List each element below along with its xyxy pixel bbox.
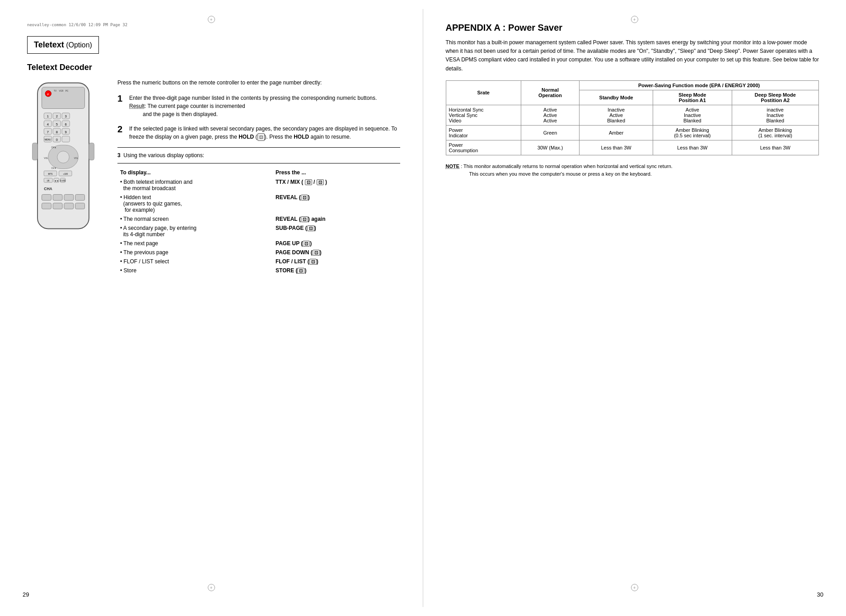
power-table-row-indicator: PowerIndicator Green Amber Amber Blinkin… bbox=[446, 125, 819, 140]
flof-btn: ⊡ bbox=[309, 259, 317, 265]
press-cell: REVEAL (⊡) bbox=[273, 193, 400, 215]
svg-text:7: 7 bbox=[47, 130, 49, 134]
right-page: APPENDIX A : Power Saver This monitor ha… bbox=[423, 9, 846, 607]
svg-text:PC: PC bbox=[65, 90, 69, 92]
svg-rect-29 bbox=[62, 136, 70, 142]
pageup-btn: ⊡ bbox=[303, 241, 310, 247]
table-row: • The normal screen REVEAL (⊡) again bbox=[117, 215, 400, 224]
svg-text:4: 4 bbox=[47, 122, 49, 126]
appendix-title: APPENDIX A : Power Saver bbox=[446, 23, 819, 33]
table-row: • FLOF / LIST select FLOF / LIST (⊡) bbox=[117, 257, 400, 266]
display-cell: • Both teletext information and the morm… bbox=[117, 177, 273, 193]
svg-text:CH▼: CH▼ bbox=[51, 167, 56, 169]
subpage-btn: ⊡ bbox=[307, 225, 314, 231]
reg-mark-top-right bbox=[631, 16, 638, 23]
hold-btn-symbol: ⊡ bbox=[257, 133, 265, 141]
svg-text:VCR: VCR bbox=[59, 90, 64, 92]
options-table: To display... Press the ... • Both telet… bbox=[117, 168, 400, 275]
note-text-1: : This monitor automatically returns to … bbox=[461, 163, 673, 169]
intro-text: Press the numeric buttons on the remote … bbox=[117, 79, 400, 87]
store-btn: ⊡ bbox=[297, 268, 304, 274]
display-cell: • A secondary page, by entering its 4-di… bbox=[117, 224, 273, 239]
press-cell: FLOF / LIST (⊡) bbox=[273, 257, 400, 266]
indicator-normal: Green bbox=[521, 125, 579, 140]
svg-text:MTS: MTS bbox=[48, 173, 52, 175]
reg-mark-top bbox=[208, 16, 215, 23]
power-saving-header: Power-Saving Function mode (EPA / ENERGY… bbox=[580, 80, 819, 90]
display-cell: • Hidden text (answers to quiz games, fo… bbox=[117, 193, 273, 215]
step-1-number: 1 bbox=[117, 94, 126, 103]
press-cell: PAGE UP (⊡) bbox=[273, 239, 400, 248]
svg-rect-56 bbox=[89, 143, 94, 160]
indicator-deepsleep: Amber Blinking(1 sec. interval) bbox=[732, 125, 818, 140]
indicator-standby: Amber bbox=[580, 125, 653, 140]
press-cell: TTX / MIX ( ⊡ / ⊡ ) bbox=[273, 177, 400, 193]
sync-sleep: ActiveInactiveBlanked bbox=[653, 105, 732, 125]
mix-btn: ⊡ bbox=[317, 179, 324, 185]
left-page: neovalley-common 12/6/00 12:09 PM Page 3… bbox=[0, 9, 423, 607]
content-area: P TV VCR PC 1 2 3 4 5 bbox=[27, 79, 400, 275]
svg-text:S-VID: S-VID bbox=[60, 180, 66, 182]
step-2-text: If the selected page is linked with seve… bbox=[129, 125, 400, 141]
display-cell: • Store bbox=[117, 266, 273, 275]
step-2-number: 2 bbox=[117, 125, 126, 134]
pagedown-btn: ⊡ bbox=[313, 250, 320, 256]
sleep-mode-header: Sleep ModePosition A1 bbox=[653, 90, 732, 105]
sync-deepsleep: inactiveInactiveBlanked bbox=[732, 105, 818, 125]
svg-text:I/II: I/II bbox=[47, 180, 49, 182]
normal-op-header: NormalOperation bbox=[521, 80, 579, 105]
reg-circle-bottom-left bbox=[208, 584, 215, 591]
display-cell: • The normal screen bbox=[117, 215, 273, 224]
svg-text:CH▲: CH▲ bbox=[51, 146, 56, 149]
svg-rect-49 bbox=[64, 195, 74, 201]
table-row: • Both teletext information and the morm… bbox=[117, 177, 400, 193]
sync-normal: ActiveActiveActive bbox=[521, 105, 579, 125]
svg-text:VOL: VOL bbox=[74, 157, 79, 159]
table-row: • The next page PAGE UP (⊡) bbox=[117, 239, 400, 248]
svg-rect-54 bbox=[75, 203, 85, 209]
reg-circle-top-left bbox=[208, 16, 215, 23]
reg-mark-bottom-right bbox=[631, 584, 638, 591]
svg-rect-48 bbox=[53, 195, 62, 201]
remote-control-svg: P TV VCR PC 1 2 3 4 5 bbox=[27, 79, 99, 250]
page-number-left: 29 bbox=[23, 591, 29, 598]
divider-1 bbox=[117, 147, 400, 148]
standby-mode-header: Standby Mode bbox=[580, 90, 653, 105]
table-row: • Store STORE (⊡) bbox=[117, 266, 400, 275]
svg-rect-47 bbox=[42, 195, 51, 201]
teletext-title-box: Teletext (Option) bbox=[27, 36, 99, 54]
note-text: NOTE : This monitor automatically return… bbox=[446, 163, 819, 178]
svg-text:TV: TV bbox=[54, 90, 57, 92]
consumption-standby: Less than 3W bbox=[580, 140, 653, 155]
indicator-sleep: Amber Blinking(0.5 sec interval) bbox=[653, 125, 732, 140]
svg-text:0: 0 bbox=[56, 138, 58, 142]
instructions-area: Press the numeric buttons on the remote … bbox=[117, 79, 400, 275]
press-cell: REVEAL (⊡) again bbox=[273, 215, 400, 224]
svg-point-31 bbox=[57, 151, 70, 163]
reveal-again-btn: ⊡ bbox=[301, 216, 308, 222]
step-1-text: Enter the three-digit page number listed… bbox=[129, 94, 377, 118]
svg-text:1: 1 bbox=[47, 114, 49, 118]
col-press-header: Press the ... bbox=[273, 168, 400, 177]
svg-rect-51 bbox=[42, 203, 51, 209]
sync-label: Horizontal SyncVertical SyncVideo bbox=[446, 105, 521, 125]
svg-text:3: 3 bbox=[65, 114, 67, 118]
reveal-btn: ⊡ bbox=[301, 195, 308, 201]
teletext-normal-title: (Option) bbox=[64, 41, 92, 49]
svg-rect-55 bbox=[33, 143, 37, 160]
note-label: NOTE bbox=[446, 163, 460, 169]
press-cell: STORE (⊡) bbox=[273, 266, 400, 275]
step-1-indent: and the page is then displayed. bbox=[143, 111, 218, 117]
press-cell: PAGE DOWN (⊡) bbox=[273, 248, 400, 257]
svg-text:2: 2 bbox=[56, 114, 58, 118]
power-saver-table: Srate NormalOperation Power-Saving Funct… bbox=[446, 80, 819, 155]
options-table-header: To display... Press the ... bbox=[117, 168, 400, 177]
svg-text:+100: +100 bbox=[63, 173, 68, 175]
svg-text:8: 8 bbox=[56, 130, 58, 134]
svg-text:MENU: MENU bbox=[45, 139, 51, 141]
step-3-heading: 3 Using the various display options: bbox=[117, 152, 400, 159]
svg-rect-53 bbox=[64, 203, 74, 209]
consumption-sleep: Less than 3W bbox=[653, 140, 732, 155]
svg-text:9: 9 bbox=[65, 130, 67, 134]
step-1: 1 Enter the three-digit page number list… bbox=[117, 94, 400, 118]
